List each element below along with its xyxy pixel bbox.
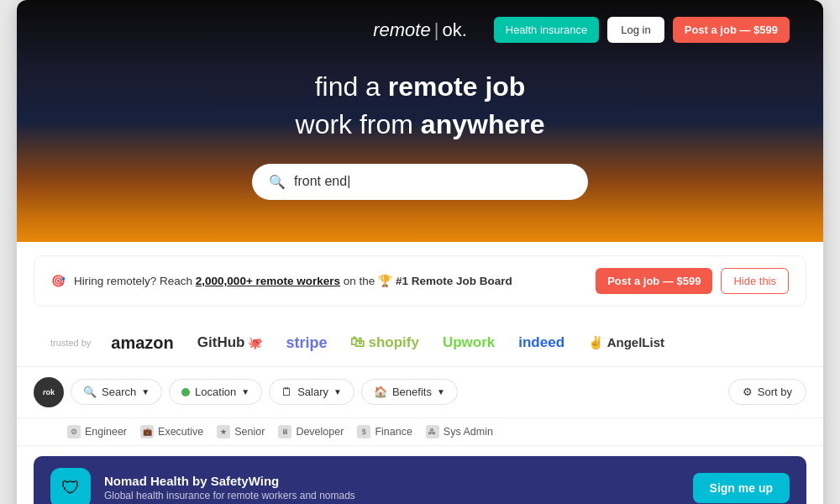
search-filter-button[interactable]: 🔍 Search ▼ [71, 379, 162, 405]
sort-by-button[interactable]: ⚙ Sort by [728, 379, 806, 405]
developer-filter[interactable]: 🖥 Developer [278, 425, 344, 438]
workers-link[interactable]: 2,000,000+ remote workers [196, 275, 340, 287]
upwork-logo: Upwork [443, 334, 495, 351]
nomad-health-text: Nomad Health by SafetyWing Global health… [104, 474, 680, 501]
chevron-down-icon: ▼ [437, 387, 445, 396]
senior-icon: ★ [217, 425, 230, 438]
search-input[interactable] [294, 174, 571, 189]
trusted-label: trusted by [50, 338, 91, 349]
chevron-down-icon: ▼ [333, 387, 342, 396]
sub-filters-bar: ⚙ Engineer 💼 Executive ★ Senior 🖥 Develo… [17, 418, 823, 446]
nomad-health-icon: 🛡 [50, 468, 91, 504]
health-insurance-button[interactable]: Health insurance [494, 17, 600, 43]
logo-center: remote|ok. [373, 19, 467, 41]
stripe-logo: stripe [286, 334, 327, 352]
executive-icon: 💼 [140, 425, 154, 438]
sort-icon: ⚙ [743, 386, 753, 398]
finance-filter[interactable]: $ Finance [357, 425, 412, 438]
finance-icon: $ [357, 425, 370, 438]
banner-post-button[interactable]: Post a job — $599 [596, 268, 712, 294]
engineer-icon: ⚙ [67, 425, 81, 438]
trusted-by-section: trusted by amazon GitHub 🐙 stripe 🛍 shop… [17, 320, 823, 367]
search-filter-icon: 🔍 [83, 386, 97, 398]
banner-emoji: 🎯 [51, 274, 66, 287]
filter-bar: rok 🔍 Search ▼ Location ▼ 🗒 Salary ▼ 🏠 B… [17, 367, 823, 418]
amazon-logo: amazon [111, 333, 173, 353]
location-filter-button[interactable]: Location ▼ [169, 379, 262, 405]
ok-logo-badge: rok [34, 377, 64, 407]
hero-title: find a remote job work from anywhere [50, 68, 790, 144]
search-icon: 🔍 [269, 174, 286, 190]
brand-logos: amazon GitHub 🐙 stripe 🛍 shopify Upwork … [111, 333, 664, 353]
salary-icon: 🗒 [281, 386, 292, 398]
login-button[interactable]: Log in [607, 17, 664, 43]
banner-text: Hiring remotely? Reach 2,000,000+ remote… [74, 274, 587, 287]
nomad-health-subtitle: Global health insurance for remote worke… [104, 490, 680, 501]
senior-filter[interactable]: ★ Senior [217, 425, 265, 438]
sign-me-up-button[interactable]: Sign me up [693, 473, 790, 503]
executive-filter[interactable]: 💼 Executive [140, 425, 203, 438]
shopify-logo: 🛍 shopify [350, 334, 418, 351]
chevron-down-icon: ▼ [141, 387, 150, 396]
hiring-banner: 🎯 Hiring remotely? Reach 2,000,000+ remo… [34, 255, 806, 307]
sysadmin-filter[interactable]: 🖧 Sys Admin [426, 425, 493, 438]
github-logo: GitHub 🐙 [197, 334, 263, 351]
nomad-health-title: Nomad Health by SafetyWing [104, 474, 680, 488]
engineer-filter[interactable]: ⚙ Engineer [67, 425, 127, 438]
nomad-health-ad: 🛡 Nomad Health by SafetyWing Global heal… [34, 456, 806, 504]
angellist-logo: ✌ AngelList [588, 335, 664, 350]
search-bar: 🔍 [252, 164, 588, 200]
indeed-logo: indeed [518, 334, 564, 351]
developer-icon: 🖥 [278, 425, 291, 438]
hide-this-button[interactable]: Hide this [721, 268, 789, 294]
post-job-button[interactable]: Post a job — $599 [673, 17, 790, 43]
salary-filter-button[interactable]: 🗒 Salary ▼ [269, 379, 354, 405]
location-dot-icon [181, 388, 190, 396]
benefits-filter-button[interactable]: 🏠 Benefits ▼ [361, 379, 458, 405]
chevron-down-icon: ▼ [241, 387, 249, 396]
sysadmin-icon: 🖧 [426, 425, 439, 438]
benefits-icon: 🏠 [374, 386, 387, 398]
